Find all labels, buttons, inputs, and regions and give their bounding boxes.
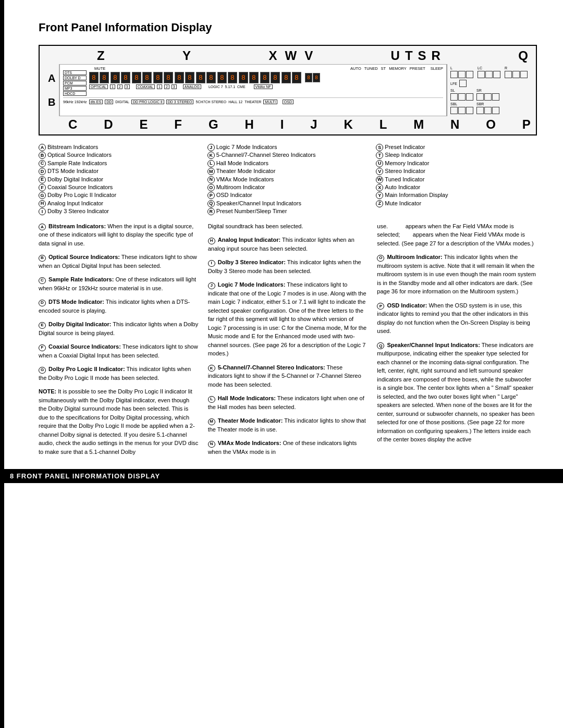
seg-d5a: 8 (175, 72, 184, 83)
seg-d8a: 8 (239, 72, 248, 83)
r-labels: R (505, 66, 528, 78)
desc-middle: Digital soundtrack has been selected. H … (208, 222, 368, 462)
legend-circle-S: S (376, 144, 383, 151)
display-main-content: MUTE AUTO TUNED ST MEMORY PRESET SLEEP (89, 66, 443, 89)
legend-E: E Dolby Digital Indicator (39, 176, 200, 183)
desc-Q-title: Speaker/Channel Input Indicators: (387, 342, 480, 348)
SR-box3 (492, 93, 499, 101)
desc-circle-F: F (39, 344, 46, 351)
letter-P: P (522, 117, 531, 132)
legend-circle-A: A (39, 144, 46, 151)
memory-label: MEMORY (389, 66, 407, 71)
letter-U: U (391, 48, 400, 63)
letter-O: O (486, 117, 496, 132)
seg-group-3: 8 8 (132, 72, 152, 83)
desc-circle-H: H (208, 238, 215, 244)
segment-displays-row: 8 8 8 8 8 8 (89, 72, 443, 83)
label-B: B (48, 96, 56, 108)
legend-I-text: Dolby 3 Stereo Indicator (47, 207, 109, 215)
L-box1 (450, 71, 458, 78)
legend-B: B Optical Source Indicators (39, 151, 200, 159)
R-box3 (520, 71, 528, 78)
legend-D: D DTS Mode Indicator (39, 167, 200, 175)
seg-d4b: 8 (164, 72, 173, 83)
seg-group-7: 8 8 (217, 72, 237, 83)
seg-d7a: 8 (217, 72, 227, 83)
seg-d9a: 8 (260, 72, 270, 83)
bottom-letters-row: C D E F G H I J K L M N O P (40, 116, 536, 134)
sr-group: SR (476, 89, 499, 101)
desc-circle-J: J (208, 282, 215, 289)
seg-group-5: 8 8 (175, 72, 194, 83)
legend-circle-K: K (207, 152, 215, 159)
legend-C: C Sample Rate Indicators (39, 159, 200, 167)
letter-V: V (304, 48, 313, 63)
R-box1 (505, 71, 512, 78)
desc-circle-N: N (208, 441, 215, 448)
coaxial-label: COAXIAL (136, 84, 155, 89)
SBL-box3 (466, 107, 473, 114)
desc-N-title: VMAx Mode Indicators: (218, 440, 282, 446)
desc-K: K 5-Channel/7-Channel Stereo Indicators:… (208, 363, 368, 389)
legend-K-text: 5-Channel/7-Channel Stereo Indicators (216, 151, 316, 159)
desc-circle-M: M (208, 418, 215, 425)
SBR-box3 (492, 107, 499, 114)
desc-O: O Multiroom Indicator: This indicator li… (377, 253, 537, 296)
legend-Q: Q Speaker/Channel Input Indicators (207, 200, 369, 207)
top-indicator-labels: MUTE AUTO TUNED ST MEMORY PRESET SLEEP (89, 66, 443, 71)
letter-D: D (104, 117, 113, 132)
mode-digital: DIGITAL (115, 100, 129, 104)
logic-5171-label: 5.17.1 (225, 85, 235, 89)
legend-circle-V: V (376, 168, 383, 175)
legend-circle-U: U (376, 160, 383, 167)
letter-H: H (244, 117, 253, 132)
display-area: DTS DOLBY D PCM MP3 HDCD MUTE (59, 64, 447, 116)
label-SBL: SBL (450, 102, 473, 106)
seg-group-9: 8 8 (260, 72, 280, 83)
SL-box1 (450, 93, 458, 101)
legend-A: A Bitstream Indicators (39, 143, 200, 151)
seg-d1a: 8 (89, 72, 99, 83)
legend-circle-T: T (376, 152, 383, 159)
legend-N: N VMAx Mode Indicators (207, 176, 369, 183)
letter-N: N (450, 117, 459, 132)
legend-L-text: Hall Mode Indicators (216, 159, 268, 167)
letter-M: M (413, 117, 424, 132)
sl-sr-row: SL SR (450, 89, 528, 101)
label-SBR: SBR (476, 102, 499, 106)
optical-label: OPTICAL (89, 84, 108, 89)
main-content: Front Panel Information Display Z Y X W … (2, 0, 563, 461)
desc-C: C Sample Rate Indicators: One of these i… (39, 275, 199, 292)
vmaxnf-label: VMAx NF (254, 84, 273, 89)
SBR-box1 (476, 107, 484, 114)
SBR-box2 (484, 107, 492, 114)
legend-circle-X: X (376, 184, 383, 191)
legend-L: L Hall Mode Indicators (207, 159, 369, 167)
desc-right: use. appears when the Far Field VMAx mod… (377, 222, 537, 462)
desc-F-title: Coaxial Source Indicators: (48, 343, 121, 350)
legend-H-text: Analog Input Indicator (47, 200, 103, 207)
legend-circle-B: B (39, 152, 46, 159)
tuned-label: TUNED (364, 66, 378, 71)
optical-3: 3 (125, 84, 130, 89)
mode-osd: OSD (283, 100, 293, 104)
seg-group-1: 8 8 (89, 72, 109, 83)
letter-L: L (380, 117, 387, 132)
label-A: A (48, 72, 56, 84)
desc-digital-continuation: Digital soundtrack has been selected. (208, 222, 368, 231)
seg-d5b: 8 (185, 72, 194, 83)
letter-Z: Z (97, 48, 105, 63)
letter-R: R (432, 48, 440, 63)
display-panel: Z Y X W V U T S R Q A (39, 45, 537, 135)
seg-d9b: 8 (271, 72, 280, 83)
letter-C: C (68, 117, 77, 132)
legend-K: K 5-Channel/7-Channel Stereo Indicators (207, 151, 369, 159)
optical-2: 2 (117, 84, 123, 89)
desc-M-title: Theater Mode Indicator: (218, 417, 283, 424)
label-LC: LC (478, 66, 500, 70)
desc-I: I Dolby 3 Stereo Indicator: This indicat… (208, 258, 368, 275)
label-L: L (450, 66, 473, 70)
legend-V-text: Stereo Indicator (385, 167, 425, 175)
mode-dts-es: dts ES (89, 100, 103, 104)
inner-panel: A B DTS DOLBY D PCM MP3 HDCD (45, 64, 531, 116)
